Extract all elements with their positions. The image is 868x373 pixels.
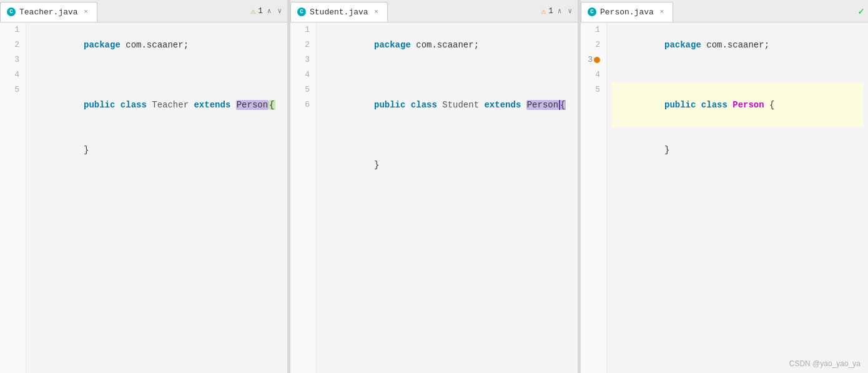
pkg-person: com.scaaner;	[706, 40, 769, 50]
tab-bar-right-teacher: ⚠ 1 ∧ ∨	[251, 6, 287, 16]
cn-person-t: Person	[236, 100, 269, 110]
tab-student[interactable]: C Student.java ×	[290, 2, 388, 22]
code-content-teacher[interactable]: package com.scaaner; public class Teache…	[26, 22, 287, 373]
kw-extends-t: extends	[194, 100, 235, 110]
tab-bar-person: C Person.java × ✓	[581, 0, 868, 22]
ln-2-teacher: 2	[4, 37, 23, 52]
editor-body-student: 1 2 3 4 5 6 package com.scaaner; public …	[290, 22, 578, 373]
kw-package-s: package	[374, 40, 416, 50]
code-line-2-student	[322, 67, 573, 82]
code-line-6-student	[322, 187, 573, 202]
code-line-5-person	[612, 172, 863, 187]
ln-5-teacher: 5	[4, 82, 23, 97]
close-brace-s: }	[374, 160, 379, 170]
tab-bar-student: C Student.java × ⚠ 1 ∧ ∨	[290, 0, 578, 22]
pane-teacher: C Teacher.java × ⚠ 1 ∧ ∨ 1 2 3 4 5 packa…	[0, 0, 287, 373]
ln-1-teacher: 1	[4, 22, 23, 37]
ln-3-teacher: 3	[4, 52, 23, 67]
tab-label-student: Student.java	[310, 7, 368, 17]
kw-class-s: class	[411, 100, 442, 110]
nav-up-student[interactable]: ∧	[556, 6, 564, 16]
editor-body-person: 1 2 3 4 5 package com.scaaner; public cl…	[581, 22, 868, 373]
code-line-2-person	[612, 67, 863, 82]
code-line-3-teacher: public class Teacher extends Person{	[31, 82, 282, 127]
line-numbers-person: 1 2 3 4 5	[581, 22, 607, 373]
code-line-5-teacher	[31, 172, 282, 187]
code-line-2-teacher	[31, 67, 282, 82]
close-brace-p: }	[664, 145, 669, 155]
kw-public-s: public	[374, 100, 411, 110]
kw-public-p: public	[664, 100, 701, 110]
tab-close-teacher[interactable]: ×	[82, 7, 91, 16]
code-line-5-student: }	[322, 142, 573, 187]
ln-4-person: 4	[585, 67, 604, 82]
check-icon-person: ✓	[858, 5, 864, 17]
tab-label-person: Person.java	[600, 7, 654, 17]
code-line-1-teacher: package com.scaaner;	[31, 22, 282, 67]
cn-person-s: Person	[526, 100, 559, 110]
ln-1-student: 1	[295, 22, 313, 37]
ln-3-person: 3	[585, 52, 604, 67]
kw-class-p: class	[701, 100, 732, 110]
nav-up-teacher[interactable]: ∧	[265, 6, 274, 16]
code-line-4-student	[322, 127, 573, 142]
code-line-1-person: package com.scaaner;	[612, 22, 863, 67]
tab-bar-right-student: ⚠ 1 ∧ ∨	[541, 6, 578, 16]
tab-person[interactable]: C Person.java ×	[581, 2, 673, 22]
cn-teacher: Teacher	[152, 100, 194, 110]
code-line-4-teacher: }	[31, 127, 282, 172]
debug-dot-person	[594, 57, 600, 63]
pane-student: C Student.java × ⚠ 1 ∧ ∨ 1 2 3 4 5 6	[290, 0, 578, 373]
ln-2-person: 2	[585, 37, 604, 52]
ln-3-student: 3	[295, 52, 313, 67]
kw-package: package	[84, 40, 126, 50]
kw-package-p: package	[664, 40, 706, 50]
editor-container: C Teacher.java × ⚠ 1 ∧ ∨ 1 2 3 4 5 packa…	[0, 0, 868, 373]
warning-count-teacher: 1	[259, 7, 263, 16]
tab-bar-right-person: ✓	[858, 5, 868, 17]
ln-4-teacher: 4	[4, 67, 23, 82]
tab-label-teacher: Teacher.java	[19, 7, 78, 17]
tab-close-student[interactable]: ×	[372, 7, 381, 16]
ln-1-person: 1	[585, 22, 604, 37]
cn-student: Student	[442, 100, 484, 110]
nav-down-teacher[interactable]: ∨	[275, 6, 284, 16]
brace-p: {	[769, 100, 774, 110]
line-numbers-student: 1 2 3 4 5 6	[290, 22, 317, 373]
code-line-3-person: public class Person {	[612, 82, 863, 127]
ln-5-person: 5	[585, 82, 604, 97]
nav-down-student[interactable]: ∨	[566, 6, 574, 16]
kw-class-t: class	[121, 100, 152, 110]
code-line-4-person: }	[612, 127, 863, 172]
kw-extends-s: extends	[484, 100, 526, 110]
cn-person-p: Person	[732, 100, 769, 110]
tab-bar-teacher: C Teacher.java × ⚠ 1 ∧ ∨	[0, 0, 287, 22]
warning-icon-student: ⚠	[541, 6, 546, 16]
pkg-student: com.scaaner;	[416, 40, 479, 50]
editor-body-teacher: 1 2 3 4 5 package com.scaaner; public cl…	[0, 22, 287, 373]
warning-icon-teacher: ⚠	[251, 6, 256, 16]
brace-t: {	[269, 100, 275, 110]
pkg-teacher: com.scaaner;	[126, 40, 189, 50]
ln-6-student: 6	[295, 97, 313, 112]
ln-2-student: 2	[295, 37, 313, 52]
code-content-person[interactable]: package com.scaaner; public class Person…	[607, 22, 868, 373]
ln-4-student: 4	[295, 67, 313, 82]
warning-count-student: 1	[549, 7, 553, 16]
brace-cursor-s: {	[559, 100, 565, 110]
watermark: CSDN @yao_yao_ya	[789, 359, 861, 368]
code-line-3-student: public class Student extends Person{	[322, 82, 573, 127]
ln-5-student: 5	[295, 82, 313, 97]
tab-close-person[interactable]: ×	[658, 7, 666, 16]
tab-icon-student: C	[297, 7, 306, 16]
tab-icon-person: C	[588, 7, 596, 16]
close-brace-t: }	[84, 145, 89, 155]
kw-public-t: public	[84, 100, 121, 110]
code-content-student[interactable]: package com.scaaner; public class Studen…	[317, 22, 578, 373]
line-numbers-teacher: 1 2 3 4 5	[0, 22, 26, 373]
tab-icon-teacher: C	[7, 7, 16, 16]
pane-person: C Person.java × ✓ 1 2 3 4 5 package com.…	[581, 0, 868, 373]
tab-teacher[interactable]: C Teacher.java ×	[0, 2, 97, 22]
code-line-1-student: package com.scaaner;	[322, 22, 573, 67]
